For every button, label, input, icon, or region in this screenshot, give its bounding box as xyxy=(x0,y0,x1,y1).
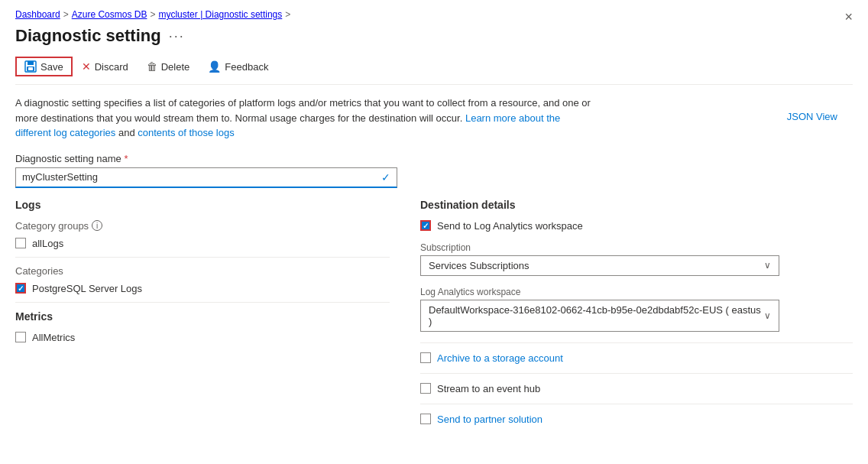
diagnostic-settings-page: Dashboard > Azure Cosmos DB > mycluster … xyxy=(0,0,868,464)
send-log-analytics-row: Send to Log Analytics workspace xyxy=(420,220,853,232)
json-view-link[interactable]: JSON View xyxy=(787,111,837,122)
logs-section: Logs Category groups i allLogs Categorie… xyxy=(15,199,390,294)
subscription-value: Services Subscriptions xyxy=(429,260,530,271)
breadcrumb: Dashboard > Azure Cosmos DB > mycluster … xyxy=(15,9,853,20)
name-field-label: Diagnostic setting name * xyxy=(15,153,853,164)
svg-rect-3 xyxy=(28,67,33,70)
contents-link[interactable]: contents of those logs xyxy=(138,127,234,138)
feedback-button[interactable]: 👤 Feedback xyxy=(199,57,277,76)
workspace-label: Log Analytics workspace xyxy=(420,287,853,297)
workspace-field: Log Analytics workspace DefaultWorkspace… xyxy=(420,287,853,332)
all-logs-label: allLogs xyxy=(32,238,63,249)
subscription-dropdown[interactable]: Services Subscriptions ∨ xyxy=(420,255,779,276)
workspace-value: DefaultWorkspace-316e8102-0662-41cb-b95e… xyxy=(429,304,764,327)
category-groups-info-icon[interactable]: i xyxy=(92,220,102,231)
metrics-title: Metrics xyxy=(15,310,390,323)
send-log-analytics-checkbox[interactable] xyxy=(420,220,431,231)
all-metrics-label: AllMetrics xyxy=(32,332,75,343)
stream-checkbox[interactable] xyxy=(420,383,431,394)
delete-button[interactable]: 🗑 Delete xyxy=(138,57,199,76)
all-logs-row: allLogs xyxy=(15,238,390,249)
title-row: Diagnostic setting ··· xyxy=(15,26,853,46)
breadcrumb-cosmos[interactable]: Azure Cosmos DB xyxy=(72,9,147,20)
logs-title: Logs xyxy=(15,199,390,211)
stream-row: Stream to an event hub xyxy=(420,373,853,394)
workspace-dropdown[interactable]: DefaultWorkspace-316e8102-0662-41cb-b95e… xyxy=(420,300,779,332)
postgresql-row: PostgreSQL Server Logs xyxy=(15,283,390,294)
feedback-icon: 👤 xyxy=(208,60,221,73)
breadcrumb-dashboard[interactable]: Dashboard xyxy=(15,9,60,20)
name-input[interactable] xyxy=(22,171,381,183)
subscription-field: Subscription Services Subscriptions ∨ xyxy=(420,242,853,276)
name-field-section: Diagnostic setting name * ✓ xyxy=(15,153,853,188)
stream-label: Stream to an event hub xyxy=(437,383,540,394)
partner-checkbox[interactable] xyxy=(420,414,431,424)
destination-title: Destination details xyxy=(420,199,853,211)
archive-row: Archive to a storage account xyxy=(420,342,853,364)
subscription-dropdown-arrow: ∨ xyxy=(764,260,771,271)
description: A diagnostic setting specifies a list of… xyxy=(15,96,596,141)
save-label: Save xyxy=(40,61,63,73)
partner-row: Send to partner solution xyxy=(420,404,853,425)
discard-label: Discard xyxy=(95,61,128,73)
name-input-wrap: ✓ xyxy=(15,167,397,188)
breadcrumb-cluster[interactable]: mycluster | Diagnostic settings xyxy=(158,9,282,20)
all-logs-checkbox[interactable] xyxy=(15,238,26,248)
input-valid-icon: ✓ xyxy=(381,171,390,183)
all-metrics-checkbox[interactable] xyxy=(15,332,26,342)
save-button[interactable]: Save xyxy=(15,57,73,76)
save-icon xyxy=(24,60,37,73)
feedback-label: Feedback xyxy=(225,61,268,73)
archive-label: Archive to a storage account xyxy=(437,352,563,364)
destination-column: Destination details Send to Log Analytic… xyxy=(420,196,853,434)
archive-checkbox[interactable] xyxy=(420,352,431,363)
discard-button[interactable]: ✕ Discard xyxy=(73,57,138,76)
subscription-label: Subscription xyxy=(420,242,853,253)
send-log-analytics-label: Send to Log Analytics workspace xyxy=(437,220,583,232)
discard-icon: ✕ xyxy=(82,60,91,73)
title-ellipsis: ··· xyxy=(169,28,185,44)
page-title: Diagnostic setting xyxy=(15,26,161,46)
category-groups-label: Category groups i xyxy=(15,220,390,232)
delete-icon: 🗑 xyxy=(147,60,157,73)
postgresql-label: PostgreSQL Server Logs xyxy=(32,283,142,294)
main-content: Logs Category groups i allLogs Categorie… xyxy=(15,196,853,434)
close-button[interactable]: × xyxy=(844,9,853,25)
workspace-dropdown-arrow: ∨ xyxy=(764,310,771,321)
partner-label: Send to partner solution xyxy=(437,414,542,425)
postgresql-checkbox[interactable] xyxy=(15,283,26,294)
metrics-section: Metrics AllMetrics xyxy=(15,310,390,343)
description-and: and xyxy=(118,127,135,138)
svg-rect-1 xyxy=(28,61,34,65)
logs-metrics-column: Logs Category groups i allLogs Categorie… xyxy=(15,196,390,434)
categories-label: Categories xyxy=(15,265,390,277)
toolbar: Save ✕ Discard 🗑 Delete 👤 Feedback xyxy=(15,57,853,85)
required-indicator: * xyxy=(124,153,128,164)
delete-label: Delete xyxy=(161,61,190,73)
all-metrics-row: AllMetrics xyxy=(15,332,390,343)
